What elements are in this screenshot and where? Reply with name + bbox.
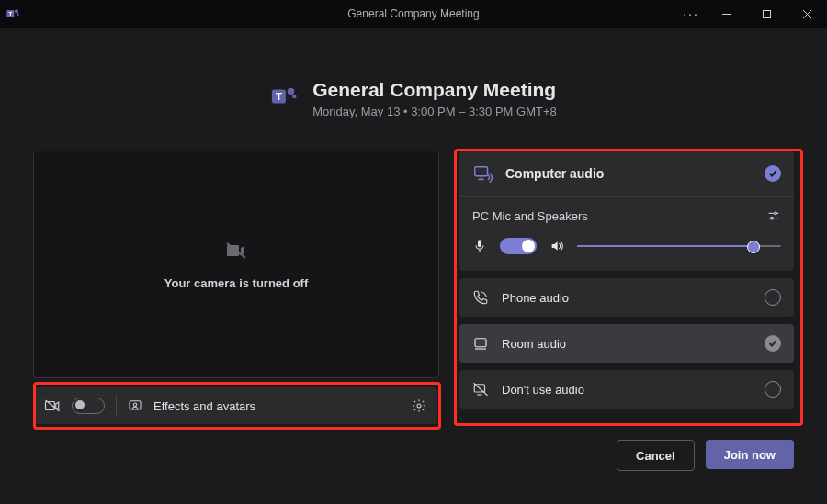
svg-rect-24	[475, 339, 486, 347]
no-audio-option[interactable]: Don't use audio	[459, 370, 794, 409]
cancel-button[interactable]: Cancel	[617, 440, 695, 471]
camera-off-icon	[225, 240, 247, 262]
gear-icon[interactable]	[412, 398, 426, 413]
svg-rect-5	[763, 10, 770, 17]
speaker-icon	[549, 239, 564, 253]
svg-point-2	[15, 9, 18, 13]
join-now-button[interactable]: Join now	[706, 440, 794, 469]
svg-point-10	[288, 88, 295, 95]
svg-point-15	[133, 403, 136, 406]
no-audio-radio[interactable]	[765, 381, 781, 398]
room-icon	[472, 335, 489, 352]
svg-point-16	[417, 404, 421, 408]
svg-point-3	[17, 13, 19, 16]
mic-icon	[472, 239, 487, 253]
svg-rect-14	[130, 401, 141, 409]
room-audio-label: Room audio	[502, 337, 566, 351]
device-name[interactable]: PC Mic and Speakers	[472, 209, 588, 223]
computer-audio-selected-icon	[765, 165, 781, 182]
maximize-button[interactable]	[746, 0, 787, 28]
close-button[interactable]	[787, 0, 827, 28]
phone-audio-option[interactable]: Phone audio	[459, 278, 794, 317]
svg-point-23	[771, 217, 774, 219]
volume-slider[interactable]	[577, 240, 781, 252]
svg-text:T: T	[276, 91, 282, 102]
room-audio-option[interactable]: Room audio	[459, 324, 794, 363]
minimize-button[interactable]	[706, 0, 746, 28]
svg-text:T: T	[8, 11, 12, 17]
titlebar: T General Company Meeting ···	[0, 0, 827, 28]
phone-audio-label: Phone audio	[502, 291, 569, 305]
camera-off-text: Your camera is turned off	[164, 276, 309, 290]
effects-and-avatars-button[interactable]: Effects and avatars	[153, 399, 255, 413]
room-audio-radio[interactable]	[765, 335, 781, 352]
device-settings-icon[interactable]	[766, 208, 781, 223]
effects-icon	[128, 398, 142, 413]
computer-audio-label: Computer audio	[505, 166, 604, 181]
svg-rect-17	[475, 167, 488, 176]
computer-audio-icon	[472, 163, 493, 184]
computer-audio-card[interactable]: Computer audio PC Mic and Speakers	[459, 151, 794, 271]
svg-point-21	[775, 212, 777, 215]
divider	[116, 396, 117, 416]
camera-controls-bar: Effects and avatars	[33, 387, 437, 424]
no-audio-label: Don't use audio	[502, 383, 584, 397]
phone-icon	[472, 289, 489, 306]
meeting-time: Monday, May 13 • 3:00 PM – 3:30 PM GMT+8	[312, 105, 557, 118]
more-button[interactable]: ···	[676, 0, 706, 28]
phone-audio-radio[interactable]	[765, 289, 781, 306]
camera-preview: Your camera is turned off	[33, 151, 439, 378]
meeting-header: T General Company Meeting Monday, May 13…	[0, 79, 827, 118]
camera-off-small-icon	[44, 398, 61, 414]
mic-toggle[interactable]	[500, 238, 537, 254]
no-audio-icon	[472, 381, 489, 398]
app-icon: T	[6, 6, 20, 21]
meeting-title: General Company Meeting	[312, 79, 557, 101]
camera-toggle[interactable]	[72, 398, 105, 414]
svg-point-11	[292, 95, 297, 99]
teams-logo-icon: T	[270, 83, 298, 110]
